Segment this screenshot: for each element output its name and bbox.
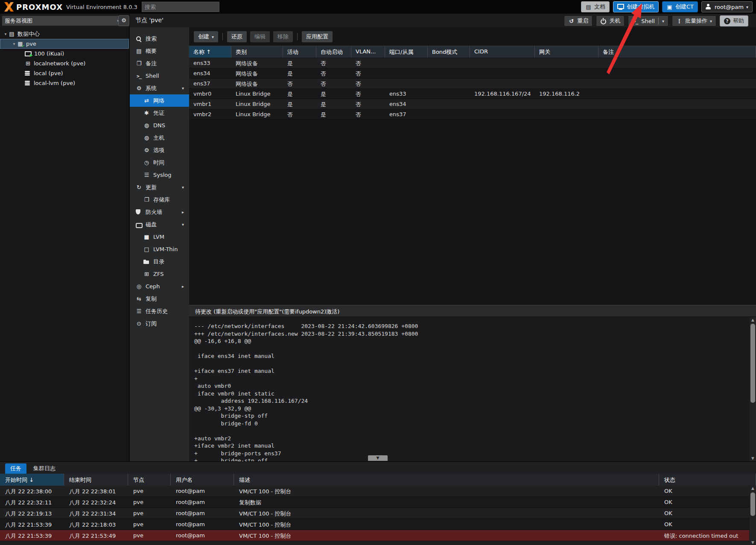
create-vm-button[interactable]: 创建虚拟机 [613, 1, 659, 12]
tree-item-100-ikuai-[interactable]: 100 (iKuai) [0, 49, 129, 59]
menu-item--[interactable]: 备注 [130, 57, 189, 70]
shutdown-button[interactable]: 关机 [596, 15, 625, 26]
menu-item-zfs[interactable]: ZFS [130, 268, 189, 280]
scrollbar-thumb[interactable] [750, 324, 755, 403]
scroll-down-icon[interactable]: ▼ [750, 540, 756, 545]
menu-item--[interactable]: 防火墙▸ [130, 206, 189, 218]
column-header[interactable]: 用户名 [171, 474, 234, 486]
column-header[interactable]: 自动启动 [316, 46, 351, 58]
tree-item-local-lvm-pve-[interactable]: local-lvm (pve) [0, 78, 129, 88]
table-cell [385, 79, 428, 88]
tree-item--[interactable]: ▾数据中心 [0, 29, 129, 39]
menu-item--[interactable]: 搜索 [130, 32, 189, 45]
column-header[interactable]: 状态 [659, 474, 756, 486]
scroll-down-icon[interactable]: ▼ [750, 456, 756, 461]
menu-item-ceph[interactable]: Ceph▸ [130, 280, 189, 293]
scroll-up-icon[interactable]: ▲ [750, 317, 756, 323]
menu-item--[interactable]: 系统▾ [130, 82, 189, 94]
column-header[interactable]: CIDR [470, 46, 535, 58]
diff-viewer[interactable]: --- /etc/network/interfaces 2023-08-22 2… [189, 317, 756, 461]
tree-item-pve[interactable]: ▾pve [0, 39, 129, 49]
collapse-icon[interactable]: ▾ [182, 185, 184, 190]
tab--[interactable]: 任务 [5, 463, 26, 474]
menu-item-syslog[interactable]: Syslog [130, 169, 189, 181]
tree-settings-button[interactable]: ⚙ [118, 15, 129, 26]
tree-item-local-pve-[interactable]: local (pve) [0, 68, 129, 78]
column-header[interactable]: 开始时间 ↓ [0, 474, 64, 486]
menu-item--[interactable]: 订阅 [130, 317, 189, 330]
menu-item--[interactable]: 复制 [130, 293, 189, 305]
help-button[interactable]: 帮助 [720, 15, 748, 26]
remove-button[interactable]: 移除 [273, 31, 293, 43]
table-cell: VM/CT 100 - 控制台 [234, 486, 659, 496]
menu-item--[interactable]: 选项 [130, 144, 189, 156]
tab--[interactable]: 集群日志 [28, 463, 61, 474]
restart-button[interactable]: 重启 [564, 15, 593, 26]
scroll-down-indicator[interactable]: ▼ [368, 455, 388, 461]
create-button[interactable]: 创建 ▾ [193, 31, 219, 43]
scroll-up-icon[interactable]: ▲ [750, 486, 756, 491]
create-ct-button[interactable]: 创建CT [662, 1, 698, 12]
menu-item-lvm-thin[interactable]: LVM-Thin [130, 243, 189, 255]
network-row-vmbr0[interactable]: vmbr0Linux Bridge是是否ens33192.168.116.167… [189, 89, 756, 99]
column-header[interactable]: Bond模式 [428, 46, 470, 58]
task-row[interactable]: 八月 22 22:38:00八月 22 22:38:01pveroot@pamV… [0, 486, 756, 497]
table-cell: 八月 22 22:31:34 [64, 508, 128, 519]
task-row[interactable]: 八月 22 22:19:13八月 22 22:31:34pveroot@pamV… [0, 508, 756, 519]
column-header[interactable]: VLAN... [351, 46, 385, 58]
scrollbar-thumb[interactable] [750, 492, 755, 516]
menu-item--[interactable]: 时间 [130, 156, 189, 169]
menu-item--[interactable]: 概要 [130, 45, 189, 57]
column-header[interactable]: 端口/从属 [385, 46, 428, 58]
menu-item--[interactable]: 网络 [130, 94, 189, 107]
task-row[interactable]: 八月 22 22:32:11八月 22 22:32:24pveroot@pam复… [0, 497, 756, 508]
column-header[interactable]: 网关 [535, 46, 598, 58]
shell-split-button[interactable]: Shell ▾ [628, 15, 668, 26]
menu-item--[interactable]: 主机 [130, 132, 189, 144]
expand-icon[interactable]: ▸ [182, 284, 184, 289]
view-selector[interactable]: 服务器视图 ▾ [2, 15, 122, 26]
task-scrollbar[interactable]: ▲ ▼ [749, 486, 756, 545]
menu-item-lvm[interactable]: LVM [130, 231, 189, 243]
menu-item-label: Shell [146, 73, 159, 79]
network-row-ens34[interactable]: ens34网络设备是否否 [189, 68, 756, 79]
column-header[interactable]: 描述 [234, 474, 659, 486]
menu-item--[interactable]: 更新▾ [130, 181, 189, 193]
table-cell: OK [659, 508, 756, 519]
search-input[interactable] [142, 2, 219, 12]
menu-item--[interactable]: 任务历史 [130, 305, 189, 317]
expand-arrow-icon[interactable]: ▾ [3, 32, 9, 36]
collapse-icon[interactable]: ▾ [182, 222, 184, 227]
column-header[interactable]: 备注 [598, 46, 756, 58]
user-menu-button[interactable]: root@pam ▾ [701, 1, 753, 12]
expand-icon[interactable]: ▸ [182, 210, 184, 214]
network-row-vmbr1[interactable]: vmbr1Linux Bridge是是否ens34 [189, 99, 756, 109]
menu-item--[interactable]: 目录 [130, 255, 189, 268]
menu-item--[interactable]: 存储库 [130, 193, 189, 206]
edit-button[interactable]: 编辑 [250, 31, 270, 43]
diff-scrollbar[interactable]: ▲ ▼ [749, 317, 756, 461]
column-header[interactable]: 节点 [128, 474, 171, 486]
apply-configuration-button[interactable]: 应用配置 [301, 31, 333, 43]
network-row-vmbr2[interactable]: vmbr2Linux Bridge否是否ens37 [189, 109, 756, 120]
menu-item-label: 任务历史 [146, 308, 168, 315]
revert-button[interactable]: 还原 [227, 31, 247, 43]
menu-item-shell[interactable]: Shell [130, 70, 189, 82]
menu-item-dns[interactable]: DNS [130, 119, 189, 132]
task-row[interactable]: 八月 22 21:53:39八月 22 22:18:03pveroot@pamV… [0, 519, 756, 530]
menu-item--[interactable]: 凭证 [130, 107, 189, 119]
column-header[interactable]: 结束时间 [64, 474, 128, 486]
bulk-actions-button[interactable]: 批量操作 ▾ [672, 15, 716, 26]
menu-item--[interactable]: 磁盘▾ [130, 218, 189, 231]
column-header[interactable]: 类别 [231, 46, 283, 58]
collapse-icon[interactable]: ▾ [182, 86, 184, 91]
table-cell: 是 [283, 58, 316, 68]
column-header[interactable]: 活动 [283, 46, 316, 58]
documentation-button[interactable]: 文档 [581, 1, 610, 12]
task-row[interactable]: 八月 22 21:53:39八月 22 21:53:49pveroot@pamV… [0, 530, 756, 541]
column-header[interactable]: 名称 ↑ [189, 46, 231, 58]
network-row-ens33[interactable]: ens33网络设备是否否 [189, 58, 756, 68]
tree-item-localnetwork-pve-[interactable]: localnetwork (pve) [0, 59, 129, 68]
network-row-ens37[interactable]: ens37网络设备否否否 [189, 79, 756, 89]
expand-arrow-icon[interactable]: ▾ [11, 41, 17, 46]
